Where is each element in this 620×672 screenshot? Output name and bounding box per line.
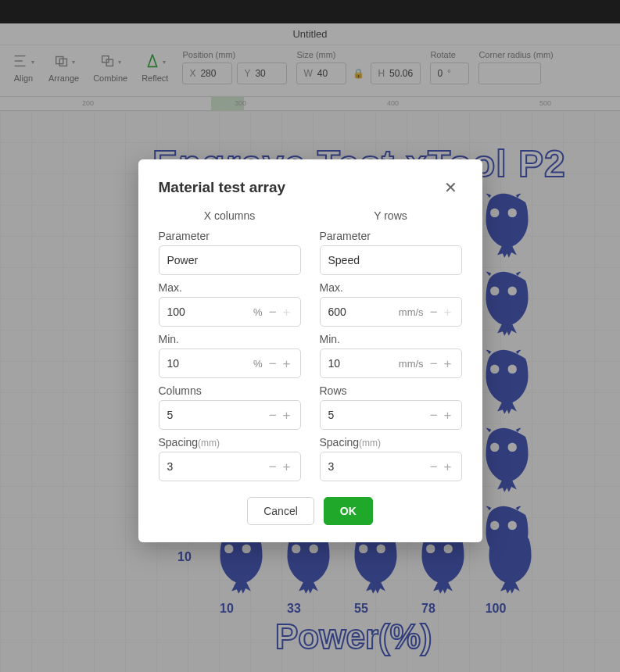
plus-icon[interactable]: + [281,357,292,370]
x-spacing-input[interactable]: 3 −+ [159,452,301,481]
cancel-button[interactable]: Cancel [247,497,314,525]
y-min-input[interactable]: 10 mm/s −+ [320,349,462,378]
minus-icon[interactable]: − [428,409,439,422]
plus-icon[interactable]: + [443,409,453,422]
stepper[interactable]: −+ [428,306,453,319]
minus-icon[interactable]: − [428,357,439,370]
y-max-label: Max. [320,281,462,294]
x-parameter-select[interactable]: Power [159,245,301,275]
plus-icon[interactable]: + [281,306,292,319]
modal-overlay: Material test array ✕ X columns Y rows P… [0,0,620,672]
stepper[interactable]: −+ [428,409,453,422]
x-min-input[interactable]: 10 % −+ [159,349,301,378]
plus-icon[interactable]: + [443,357,453,370]
minus-icon[interactable]: − [267,409,278,422]
plus-icon[interactable]: + [281,409,292,422]
y-spacing-input[interactable]: 3 −+ [320,452,462,481]
minus-icon[interactable]: − [267,306,278,319]
stepper[interactable]: −+ [267,306,292,319]
x-min-label: Min. [159,333,301,345]
minus-icon[interactable]: − [267,357,278,370]
close-button[interactable]: ✕ [439,177,462,198]
minus-icon[interactable]: − [428,460,439,474]
minus-icon[interactable]: − [428,306,439,319]
stepper[interactable]: −+ [267,357,292,370]
y-count-label: Rows [320,384,462,397]
y-parameter-select[interactable]: Speed [320,245,462,275]
y-max-input[interactable]: 600 mm/s −+ [320,297,462,327]
stepper[interactable]: −+ [428,357,453,370]
y-min-label: Min. [320,333,462,345]
plus-icon[interactable]: + [281,460,292,474]
x-parameter-label: Parameter [159,230,301,242]
y-rows-input[interactable]: 5 −+ [320,400,462,430]
y-spacing-label: Spacing(mm) [320,436,462,449]
stepper[interactable]: −+ [428,460,453,474]
x-max-input[interactable]: 100 % −+ [159,297,301,327]
y-parameter-label: Parameter [320,230,462,242]
x-count-label: Columns [159,384,301,397]
stepper[interactable]: −+ [267,460,292,474]
x-max-label: Max. [159,281,301,294]
minus-icon[interactable]: − [267,460,278,474]
x-columns-header: X columns [159,209,301,222]
x-columns-input[interactable]: 5 −+ [159,400,301,430]
x-spacing-label: Spacing(mm) [159,436,301,449]
stepper[interactable]: −+ [267,409,292,422]
y-rows-header: Y rows [320,209,462,222]
ok-button[interactable]: OK [324,497,373,525]
dialog-title: Material test array [159,179,286,196]
material-test-array-dialog: Material test array ✕ X columns Y rows P… [138,159,482,542]
plus-icon[interactable]: + [443,460,453,474]
plus-icon[interactable]: + [443,306,453,319]
close-icon: ✕ [444,179,457,196]
